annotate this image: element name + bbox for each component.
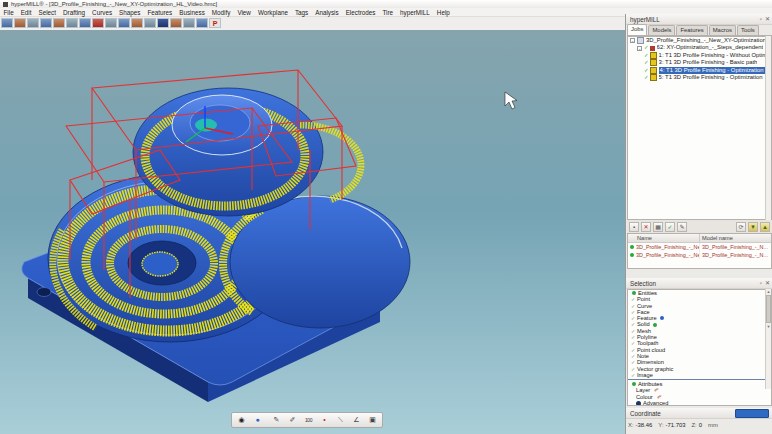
menu-curves[interactable]: Curves xyxy=(89,9,116,16)
toolbar-icon-6[interactable] xyxy=(66,18,78,28)
job-icon xyxy=(650,59,657,66)
float-panel-icon[interactable]: ▫ xyxy=(760,278,762,289)
group-dot-icon xyxy=(632,291,636,295)
tree-job-row[interactable]: ✓ 3: T1 3D Profile Finishing - Basic pat… xyxy=(628,59,771,66)
divider xyxy=(628,379,771,380)
tab-models[interactable]: Models xyxy=(648,25,675,35)
close-panel-icon[interactable]: ✕ xyxy=(765,278,770,289)
menu-modify[interactable]: Modify xyxy=(208,9,234,16)
import-folder-button[interactable]: ▼ xyxy=(748,222,758,232)
menu-electrodes[interactable]: Electrodes xyxy=(342,9,379,16)
check-icon: ✓ xyxy=(644,59,649,66)
toolbar-icon-1[interactable] xyxy=(1,18,13,28)
solid-badge-icon xyxy=(653,323,657,327)
tree-job-row[interactable]: ✓ 5: T1 3D Profile Finishing - Optimizat… xyxy=(628,74,771,81)
close-panel-icon[interactable]: ✕ xyxy=(765,14,770,25)
scroll-up-icon[interactable]: ▲ xyxy=(767,289,771,294)
delete-button[interactable]: ✕ xyxy=(641,222,651,232)
toolbar-icon-4[interactable] xyxy=(40,18,52,28)
stop-button[interactable]: ▪ xyxy=(629,222,639,232)
menu-tire[interactable]: Tire xyxy=(379,9,397,16)
toolbar-icon-p[interactable]: P xyxy=(209,18,221,28)
y-label: Y: xyxy=(658,422,663,428)
scroll-thumb[interactable] xyxy=(766,295,771,323)
menu-help[interactable]: Help xyxy=(433,9,453,16)
verify-button[interactable]: ✓ xyxy=(665,222,675,232)
expander-icon[interactable]: - xyxy=(630,38,635,43)
zoom-100-button[interactable]: 100 xyxy=(301,413,316,427)
toolbar-icon-3[interactable] xyxy=(27,18,39,28)
edit-button[interactable]: ✎ xyxy=(677,222,687,232)
tree-job-row-selected[interactable]: ✓ 4: T1 3D Profile Finishing - Optimizat… xyxy=(628,67,771,74)
menu-view[interactable]: View xyxy=(234,9,255,16)
toolbar-icon-12[interactable] xyxy=(144,18,156,28)
tab-features[interactable]: Features xyxy=(676,25,707,35)
menu-hypermill[interactable]: hyperMILL xyxy=(397,9,434,16)
toolbar-icon-15[interactable] xyxy=(183,18,195,28)
toolbar-icon-7[interactable] xyxy=(79,18,91,28)
model-list-row[interactable]: 3D_Profile_Finishing_-_New... 3D_Profile… xyxy=(628,251,771,259)
tab-tools[interactable]: Tools xyxy=(737,25,759,35)
menu-select[interactable]: Select xyxy=(35,9,60,16)
tree-joblist-row[interactable]: - ✓ 62: XY-Optimization_-_Steps_dependen… xyxy=(628,44,771,51)
menu-features[interactable]: Features xyxy=(144,9,176,16)
tab-macros[interactable]: Macros xyxy=(709,25,736,35)
tree-scrollbar[interactable] xyxy=(765,36,771,220)
edit-pencil-button[interactable]: ✎ xyxy=(269,413,284,427)
window-title: hyperMILL® - [3D_Profile_Finishing_-_New… xyxy=(11,1,217,7)
toolbar-icon-16[interactable] xyxy=(196,18,208,28)
check-icon: ✓ xyxy=(644,67,649,74)
tree-job-row[interactable]: ✓ 1: T1 3D Profile Finishing - Without O… xyxy=(628,52,771,59)
toolbar-icon-13[interactable] xyxy=(157,18,169,28)
menu-workplane[interactable]: Workplane xyxy=(254,9,291,16)
plate-hole xyxy=(37,288,51,297)
selection-scrollbar[interactable]: ▲ ▼ xyxy=(765,289,771,389)
app-icon xyxy=(3,2,8,7)
bounding-box-button[interactable]: ▣ xyxy=(365,413,380,427)
toolbar-icon-9[interactable] xyxy=(105,18,117,28)
viewport-3d[interactable] xyxy=(0,30,625,434)
menu-analysis[interactable]: Analysis xyxy=(312,9,342,16)
visibility-button[interactable]: ◉ xyxy=(234,413,249,427)
z-label: Z: xyxy=(692,422,697,428)
angle-measure-button[interactable]: ∠ xyxy=(349,413,364,427)
shaded-view-button[interactable]: ● xyxy=(250,413,265,427)
entity-image[interactable]: ✓Image xyxy=(628,372,771,378)
menu-file[interactable]: File xyxy=(0,9,17,16)
expander-icon[interactable]: - xyxy=(637,46,642,51)
menu-shapes[interactable]: Shapes xyxy=(116,9,144,16)
tab-jobs[interactable]: Jobs xyxy=(627,24,647,35)
hypermill-tabs: Jobs Models Features Macros Tools xyxy=(627,25,772,36)
job-tree: - 3D_Profile_Finishing_-_New_XY-Optimiza… xyxy=(627,36,772,220)
main-toolbar: P xyxy=(0,17,625,30)
column-model-name[interactable]: Model name xyxy=(700,234,771,242)
model-list: Name Model name 3D_Profile_Finishing_-_N… xyxy=(627,233,772,269)
coordinate-mode-button[interactable] xyxy=(735,409,769,418)
toolbar-icon-5[interactable] xyxy=(53,18,65,28)
scroll-down-icon[interactable]: ▼ xyxy=(767,324,771,329)
toolbar-icon-11[interactable] xyxy=(131,18,143,28)
menu-drafting[interactable]: Drafting xyxy=(60,9,89,16)
attribute-advanced[interactable]: Advanced xyxy=(628,400,771,406)
refresh-button[interactable]: ⟳ xyxy=(736,222,746,232)
job-tree-toolbar: ▪ ✕ ▦ ✓ ✎ ⟳ ▼ ▲ xyxy=(627,220,772,233)
column-name[interactable]: Name xyxy=(628,234,700,242)
hypermill-panel-title: hyperMILL ▫ ✕ xyxy=(626,14,772,25)
check-icon: ✓ xyxy=(644,44,649,51)
menu-business[interactable]: Business xyxy=(176,9,209,16)
snap-point-button[interactable]: • xyxy=(317,413,332,427)
menu-tags[interactable]: Tags xyxy=(291,9,311,16)
export-folder-button[interactable]: ▲ xyxy=(760,222,770,232)
toolbar-icon-14[interactable] xyxy=(170,18,182,28)
model-3d xyxy=(0,30,625,434)
model-list-row[interactable]: 3D_Profile_Finishing_-_New... 3D_Profile… xyxy=(628,243,771,251)
menu-edit[interactable]: Edit xyxy=(17,9,35,16)
calculate-button[interactable]: ▦ xyxy=(653,222,663,232)
draw-pencil-button[interactable]: ✐ xyxy=(285,413,300,427)
float-panel-icon[interactable]: ▫ xyxy=(760,14,762,25)
tree-root-row[interactable]: - 3D_Profile_Finishing_-_New_XY-Optimiza… xyxy=(628,37,771,44)
toolbar-icon-8[interactable] xyxy=(92,18,104,28)
toolbar-icon-10[interactable] xyxy=(118,18,130,28)
toolbar-icon-2[interactable] xyxy=(14,18,26,28)
ruler-button[interactable]: ⟍ xyxy=(333,413,348,427)
